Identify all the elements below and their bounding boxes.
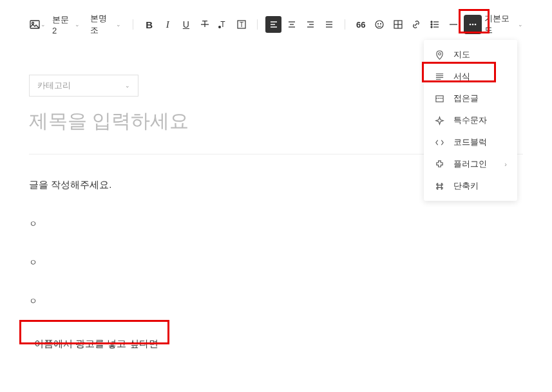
svg-point-22 [380, 24, 381, 24]
chevron-down-icon: ⌄ [125, 82, 130, 89]
strikethrough-button[interactable]: T [196, 16, 213, 33]
dropdown-label: 지도 [453, 49, 470, 61]
svg-point-33 [470, 24, 471, 26]
chevron-down-icon: ⌄ [116, 21, 121, 28]
map-pin-icon [434, 50, 444, 60]
svg-point-26 [431, 21, 432, 23]
list-button[interactable] [427, 16, 443, 33]
svg-point-21 [377, 24, 378, 24]
divider [345, 19, 345, 30]
dropdown-item-shortcut[interactable]: 단축키 [424, 175, 517, 197]
dropdown-item-template[interactable]: 서식 [424, 66, 517, 88]
chevron-down-icon: ⌄ [518, 21, 523, 28]
special-char-icon [434, 115, 444, 126]
body-text[interactable]: ㅇ [29, 218, 523, 230]
chevron-down-icon: ⌄ [75, 21, 80, 28]
align-right-button[interactable] [303, 16, 319, 33]
svg-point-20 [376, 21, 383, 28]
category-select[interactable]: 카테고리 ⌄ [29, 75, 138, 97]
quote-button[interactable]: 66 [353, 16, 369, 33]
italic-button[interactable]: I [160, 16, 176, 33]
emoji-button[interactable] [372, 16, 388, 33]
svg-point-34 [472, 24, 474, 26]
dropdown-label: 특수문자 [453, 115, 487, 126]
mode-select[interactable]: 기본모드 ⌄ [484, 13, 523, 36]
hr-button[interactable] [445, 16, 461, 33]
dropdown-label: 단축키 [453, 180, 479, 192]
chevron-down-icon: ⌄ [41, 21, 46, 28]
svg-text:T: T [221, 20, 226, 29]
dropdown-label: 플러그인 [453, 158, 487, 170]
align-left-button[interactable] [265, 16, 281, 33]
dropdown-item-special-char[interactable]: 특수문자 [424, 109, 517, 131]
body-text[interactable]: 이쯤에서 광고를 넣고 싶다면 [29, 334, 164, 354]
dropdown-label: 코드블럭 [453, 136, 487, 148]
template-icon [434, 71, 444, 82]
shortcut-icon [434, 181, 444, 191]
text-background-button[interactable]: T [234, 16, 250, 33]
fold-icon [434, 93, 444, 104]
divider [133, 19, 133, 30]
paragraph-style-select[interactable]: 본문2 ⌄ [48, 14, 84, 35]
align-justify-button[interactable] [321, 16, 337, 33]
dropdown-item-map[interactable]: 지도 [424, 44, 517, 66]
svg-point-1 [32, 23, 34, 24]
svg-point-28 [431, 26, 432, 28]
bold-button[interactable]: B [141, 16, 157, 33]
svg-point-5 [218, 26, 221, 28]
svg-rect-41 [435, 95, 443, 101]
link-button[interactable] [408, 16, 424, 33]
underline-button[interactable]: U [178, 16, 195, 33]
code-icon [434, 137, 444, 147]
more-dropdown: 지도 서식 접은글 특수문자 코드블럭 플러그인 › 단축키 [424, 40, 517, 201]
dropdown-item-fold[interactable]: 접은글 [424, 88, 517, 109]
more-button[interactable] [464, 15, 482, 34]
image-button[interactable]: ⌄ [29, 16, 46, 33]
dropdown-item-codeblock[interactable]: 코드블럭 [424, 131, 517, 153]
font-family-select[interactable]: 본명조 ⌄ [86, 13, 125, 36]
dropdown-item-plugin[interactable]: 플러그인 › [424, 153, 517, 175]
body-text[interactable]: ㅇ [29, 257, 523, 268]
table-button[interactable] [390, 16, 406, 33]
dropdown-label: 접은글 [453, 93, 479, 104]
svg-point-35 [475, 24, 477, 26]
body-text[interactable]: ㅇ [29, 295, 523, 307]
align-center-button[interactable] [284, 16, 300, 33]
text-color-button[interactable]: T [215, 16, 231, 33]
svg-point-36 [438, 52, 441, 55]
svg-text:T: T [240, 21, 243, 28]
divider [257, 19, 258, 30]
plugin-icon [434, 159, 444, 169]
svg-point-27 [431, 24, 432, 25]
chevron-right-icon: › [504, 160, 507, 168]
dropdown-label: 서식 [453, 71, 470, 82]
